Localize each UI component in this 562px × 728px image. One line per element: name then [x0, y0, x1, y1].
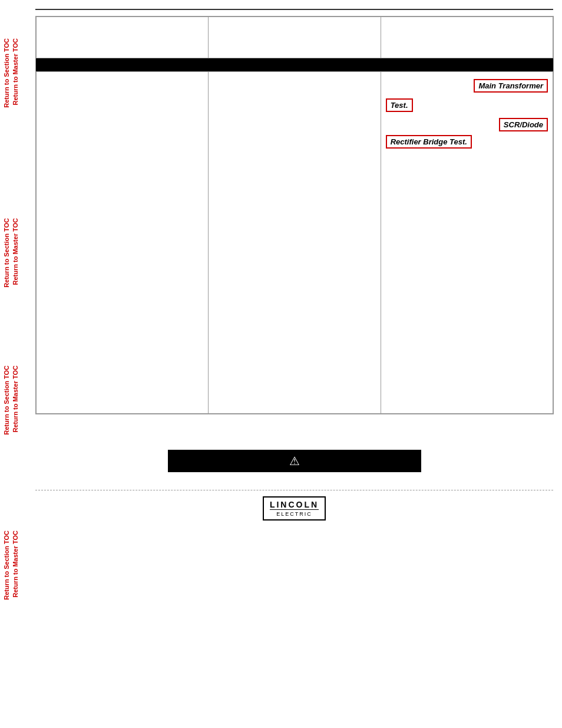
lincoln-electric-logo: LINCOLN ELECTRIC	[263, 496, 326, 521]
header-table	[36, 17, 553, 58]
main-transformer-label: Main Transformer	[474, 79, 548, 93]
rectifier-row: Rectifier Bridge Test.	[386, 135, 548, 149]
logo-line1: LINCOLN	[270, 500, 319, 509]
warning-icon: ⚠	[289, 454, 300, 468]
header-row	[37, 17, 553, 58]
right-col-content: Main Transformer Test. SCR/Diode Recti	[386, 77, 548, 149]
sidebar-section-toc-link-4[interactable]: Return to Section TOC	[3, 531, 10, 600]
sidebar-master-toc-link-3[interactable]: Return to Master TOC	[12, 365, 19, 432]
black-header-bar	[36, 58, 553, 71]
scr-row: SCR/Diode	[386, 118, 548, 131]
sidebar-master-toc-link-4[interactable]: Return to Master TOC	[12, 531, 19, 597]
dashed-separator	[35, 490, 553, 490]
main-table: Main Transformer Test. SCR/Diode Recti	[35, 16, 554, 414]
warning-bar: ⚠	[168, 450, 421, 472]
sidebar-section-toc-link-1[interactable]: Return to Section TOC	[3, 38, 10, 108]
content-row: Main Transformer Test. SCR/Diode Recti	[37, 72, 553, 414]
content-cell-middle	[209, 72, 381, 414]
sidebar: Return to Section TOC Return to Master T…	[0, 0, 24, 728]
logo-line2: ELECTRIC	[270, 509, 319, 517]
main-content: Main Transformer Test. SCR/Diode Recti	[27, 0, 562, 526]
header-cell-2	[209, 17, 381, 58]
sidebar-master-toc-link-1[interactable]: Return to Master TOC	[12, 38, 19, 105]
logo-container: LINCOLN ELECTRIC	[35, 496, 553, 521]
scr-diode-label: SCR/Diode	[499, 118, 548, 131]
sidebar-section-toc-link-2[interactable]: Return to Section TOC	[3, 218, 10, 288]
content-cell-right: Main Transformer Test. SCR/Diode Recti	[381, 72, 553, 414]
content-table: Main Transformer Test. SCR/Diode Recti	[36, 71, 553, 414]
test-label: Test.	[386, 98, 413, 112]
rectifier-bridge-label: Rectifier Bridge Test.	[386, 135, 472, 149]
header-cell-1	[37, 17, 209, 58]
bottom-area: ⚠ LINCOLN ELECTRIC	[35, 450, 553, 521]
header-cell-3	[381, 17, 553, 58]
sidebar-master-toc-link-2[interactable]: Return to Master TOC	[12, 218, 19, 285]
sidebar-section-toc-link-3[interactable]: Return to Section TOC	[3, 365, 10, 435]
content-cell-left	[37, 72, 209, 414]
top-divider	[35, 9, 553, 10]
